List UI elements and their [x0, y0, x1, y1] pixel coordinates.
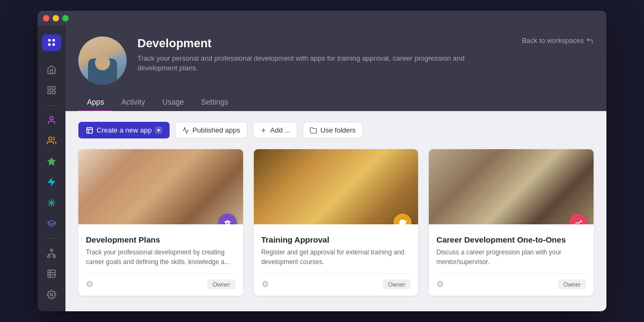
svg-rect-19 [48, 270, 55, 278]
nav-tabs: Apps Activity Usage Settings [78, 93, 237, 111]
sidebar-divider-2 [44, 238, 59, 239]
sidebar-item-star[interactable] [42, 153, 61, 170]
svg-marker-10 [48, 157, 56, 165]
sidebar [38, 26, 65, 311]
sidebar-item-hierarchy[interactable] [42, 245, 61, 261]
published-icon [182, 127, 189, 134]
create-new-app-button[interactable]: Create a new app ▾ [78, 122, 170, 138]
sidebar-divider-1 [44, 105, 59, 106]
app-card-image-career [429, 149, 594, 224]
logo-icon [46, 37, 57, 48]
tab-apps[interactable]: Apps [78, 93, 113, 112]
workspace-text-block: Development Track your personal and prof… [137, 36, 511, 73]
app-title-dev-plans: Development Plans [86, 235, 236, 244]
app-settings-icon-training[interactable]: ⚙ [261, 279, 269, 289]
use-folders-button[interactable]: Use folders [303, 122, 363, 138]
app-card-body-dev-plans: Development Plans Track your professiona… [78, 224, 243, 296]
folder-icon [310, 127, 317, 134]
trending-badge-icon [574, 218, 582, 224]
svg-point-0 [48, 39, 51, 42]
sidebar-item-home[interactable] [42, 62, 61, 78]
svg-rect-6 [53, 91, 55, 94]
app-owner-badge-dev-plans: Owner [207, 280, 235, 289]
add-icon [260, 127, 267, 134]
titlebar [38, 11, 606, 26]
logo-button[interactable] [42, 34, 61, 51]
back-to-workspaces-link[interactable]: Back to workspaces [522, 36, 594, 45]
app-window: Development Track your personal and prof… [38, 11, 606, 311]
app-footer-training: ⚙ Owner [261, 273, 411, 289]
app-desc-career: Discuss a career progression plan with y… [436, 247, 586, 267]
svg-point-9 [49, 137, 52, 140]
app-card-body-training: Training Approval Register and get appro… [254, 224, 419, 296]
workspace-nav: Apps Activity Usage Settings [78, 93, 594, 111]
create-dropdown-arrow[interactable]: ▾ [155, 127, 162, 134]
maximize-dot[interactable] [62, 15, 69, 21]
tab-usage[interactable]: Usage [153, 93, 192, 112]
app-title-career: Career Development One-to-Ones [436, 235, 586, 244]
close-dot[interactable] [43, 15, 49, 21]
svg-rect-17 [48, 255, 50, 257]
app-owner-badge-career: Owner [558, 280, 586, 289]
svg-marker-11 [48, 178, 55, 186]
sidebar-item-person[interactable] [42, 112, 61, 128]
app-card-dev-plans: Development Plans Track your professiona… [78, 149, 243, 296]
svg-rect-24 [87, 127, 93, 133]
tab-activity[interactable]: Activity [113, 93, 153, 112]
svg-rect-16 [50, 249, 53, 251]
tab-settings[interactable]: Settings [193, 93, 237, 112]
refresh-badge-icon [398, 218, 407, 224]
sidebar-item-lightning[interactable] [42, 174, 61, 191]
app-footer-dev-plans: ⚙ Owner [86, 273, 236, 289]
svg-point-1 [53, 39, 55, 42]
workspace-title: Development [137, 36, 511, 50]
app-desc-training: Register and get approval for external t… [261, 247, 411, 267]
svg-point-8 [50, 116, 53, 120]
app-card-body-career: Career Development One-to-Ones Discuss a… [429, 224, 594, 296]
app-card-image-training [254, 149, 419, 224]
sidebar-item-dashboard[interactable] [42, 82, 61, 99]
workspace-description: Track your personal and professional dev… [137, 54, 502, 73]
app-footer-career: ⚙ Owner [436, 273, 586, 289]
svg-rect-18 [53, 255, 56, 257]
svg-point-3 [53, 43, 55, 46]
graduation-badge-icon [223, 218, 232, 224]
create-icon [86, 127, 93, 134]
toolbar: Create a new app ▾ Published apps Add [78, 122, 594, 138]
minimize-dot[interactable] [53, 15, 59, 21]
sidebar-item-table[interactable] [42, 266, 61, 282]
main-layout: Development Track your personal and prof… [38, 26, 606, 311]
app-title-training: Training Approval [261, 235, 411, 244]
sidebar-item-settings[interactable] [42, 287, 61, 303]
workspace-header: Development Track your personal and prof… [65, 26, 606, 111]
app-card-image-dev-plans [78, 149, 243, 224]
main-content: Create a new app ▾ Published apps Add [65, 111, 606, 311]
apps-grid: Development Plans Track your professiona… [78, 149, 594, 296]
app-card-career: Career Development One-to-Ones Discuss a… [429, 149, 594, 296]
svg-rect-5 [53, 87, 55, 90]
svg-rect-7 [48, 91, 50, 94]
svg-point-23 [50, 294, 53, 296]
app-card-training: Training Approval Register and get appro… [254, 149, 419, 296]
sidebar-item-asterisk[interactable] [42, 195, 61, 211]
add-button[interactable]: Add ... [253, 122, 298, 138]
app-desc-dev-plans: Track your professional development by c… [86, 247, 236, 267]
workspace-info: Development Track your personal and prof… [78, 36, 594, 85]
sidebar-item-users[interactable] [42, 133, 61, 149]
published-apps-button[interactable]: Published apps [175, 122, 247, 138]
app-owner-badge-training: Owner [383, 280, 411, 289]
sidebar-item-graduation[interactable] [42, 215, 61, 232]
workspace-avatar [78, 36, 127, 85]
content-area: Development Track your personal and prof… [65, 26, 606, 311]
svg-point-2 [48, 43, 51, 46]
app-settings-icon-career[interactable]: ⚙ [436, 279, 444, 289]
app-settings-icon-dev-plans[interactable]: ⚙ [86, 279, 93, 289]
back-arrow-icon [586, 37, 594, 45]
svg-rect-4 [48, 87, 50, 90]
